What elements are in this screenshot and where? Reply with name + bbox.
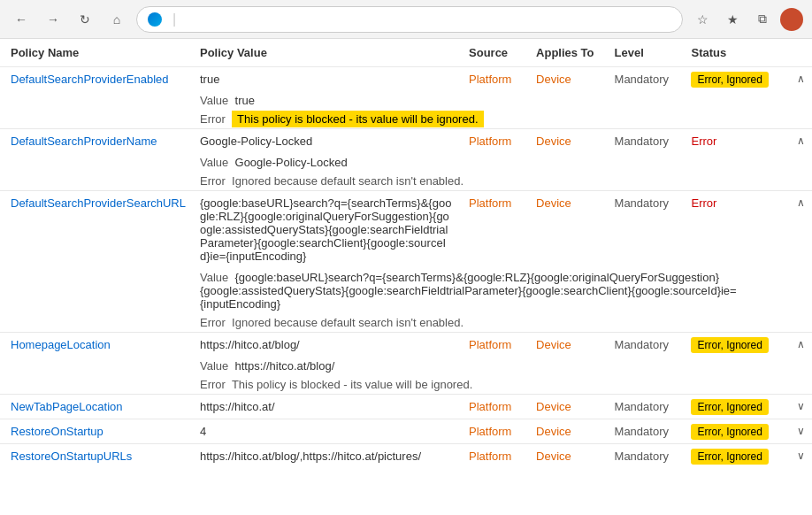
value-content: {google:baseURL}search?q={searchTerms}&{… bbox=[200, 271, 737, 311]
policy-rows: DefaultSearchProviderEnabled true Platfo… bbox=[0, 67, 812, 469]
policy-table: Policy Name Policy Value Source Applies … bbox=[0, 39, 812, 468]
policy-value: https://hitco.at/blog/,https://hitco.at/… bbox=[193, 444, 462, 469]
policy-source: Platform bbox=[462, 419, 529, 444]
col-level: Level bbox=[608, 39, 685, 67]
address-divider: | bbox=[172, 12, 176, 27]
favorites-star-button[interactable]: ☆ bbox=[690, 7, 715, 32]
table-row-error: Error This policy is blocked - its value… bbox=[0, 375, 812, 395]
policy-applies-to: Device bbox=[529, 444, 608, 469]
error-content: This policy is blocked - its value will … bbox=[232, 378, 472, 391]
toolbar-icons: ☆ ★ ⧉ bbox=[690, 7, 803, 32]
policy-applies-to: Device bbox=[529, 191, 608, 269]
table-row-value: Value {google:baseURL}search?q={searchTe… bbox=[0, 268, 812, 313]
policy-status: Error bbox=[684, 129, 790, 154]
table-row-error: Error Ignored because default search isn… bbox=[0, 172, 812, 191]
policy-source: Platform bbox=[462, 395, 529, 419]
policy-status: Error, Ignored bbox=[684, 444, 790, 469]
profile-avatar[interactable] bbox=[780, 8, 803, 31]
expand-chevron[interactable]: ∨ bbox=[797, 400, 805, 412]
policy-name-link[interactable]: DefaultSearchProviderSearchURL bbox=[11, 196, 186, 210]
policy-name-link[interactable]: DefaultSearchProviderEnabled bbox=[11, 73, 169, 86]
error-content: Ignored because default search isn't ena… bbox=[232, 174, 463, 188]
policy-status: Error, Ignored bbox=[684, 333, 790, 357]
col-policy-name: Policy Name bbox=[0, 39, 193, 67]
status-badge: Error, Ignored bbox=[691, 399, 768, 415]
table-row: HomepageLocation https://hitco.at/blog/ … bbox=[0, 333, 812, 357]
policy-status: Error, Ignored bbox=[684, 395, 790, 419]
status-badge: Error, Ignored bbox=[691, 424, 768, 440]
status-badge: Error, Ignored bbox=[691, 337, 768, 353]
value-content: Google-Policy-Locked bbox=[235, 156, 348, 169]
table-row-value: Value https://hitco.at/blog/ bbox=[0, 357, 812, 375]
split-screen-button[interactable]: ⧉ bbox=[750, 7, 775, 32]
policy-name-link[interactable]: RestoreOnStartupURLs bbox=[11, 450, 132, 463]
error-label: Error bbox=[200, 378, 226, 391]
policy-name-link[interactable]: NewTabPageLocation bbox=[11, 400, 122, 413]
value-content: true bbox=[235, 94, 255, 107]
policy-applies-to: Device bbox=[529, 67, 608, 92]
policy-level: Mandatory bbox=[608, 191, 685, 269]
col-policy-value: Policy Value bbox=[193, 39, 462, 67]
col-source: Source bbox=[462, 39, 529, 67]
policy-applies-to: Device bbox=[529, 333, 608, 357]
policy-level: Mandatory bbox=[608, 129, 685, 154]
expand-chevron[interactable]: ∧ bbox=[797, 135, 805, 147]
expand-chevron[interactable]: ∧ bbox=[797, 73, 805, 85]
policy-status: Error, Ignored bbox=[684, 67, 790, 92]
table-header: Policy Name Policy Value Source Applies … bbox=[0, 39, 812, 67]
address-bar[interactable]: | bbox=[136, 6, 683, 33]
table-row: NewTabPageLocation https://hitco.at/ Pla… bbox=[0, 395, 812, 419]
policy-value: https://hitco.at/blog/ bbox=[193, 333, 462, 357]
status-badge: Error bbox=[691, 196, 716, 210]
policy-value: true bbox=[193, 67, 462, 92]
status-badge: Error, Ignored bbox=[691, 449, 768, 465]
table-row-error: Error Ignored because default search isn… bbox=[0, 313, 812, 333]
reading-list-button[interactable]: ★ bbox=[720, 7, 745, 32]
policy-level: Mandatory bbox=[608, 419, 685, 444]
expand-chevron[interactable]: ∧ bbox=[797, 196, 805, 209]
policy-name-link[interactable]: HomepageLocation bbox=[11, 338, 111, 351]
status-badge: Error, Ignored bbox=[691, 72, 768, 88]
col-expand bbox=[790, 39, 812, 67]
error-content: Ignored because default search isn't ena… bbox=[232, 316, 463, 329]
value-label: Value bbox=[200, 156, 228, 169]
browser-toolbar: ← → ↻ ⌂ | ☆ ★ ⧉ bbox=[0, 0, 812, 39]
table-row-value: Value true bbox=[0, 91, 812, 110]
col-status: Status bbox=[684, 39, 790, 67]
refresh-button[interactable]: ↻ bbox=[73, 7, 97, 32]
expand-chevron[interactable]: ∧ bbox=[797, 338, 805, 350]
error-label: Error bbox=[200, 316, 226, 329]
col-applies-to: Applies To bbox=[529, 39, 608, 67]
policy-source: Platform bbox=[462, 129, 529, 154]
edge-favicon-icon bbox=[148, 12, 162, 27]
policy-level: Mandatory bbox=[608, 67, 685, 92]
expand-chevron[interactable]: ∨ bbox=[797, 450, 805, 462]
policy-applies-to: Device bbox=[529, 419, 608, 444]
policy-source: Platform bbox=[462, 67, 529, 92]
table-row-error: Error This policy is blocked - its value… bbox=[0, 110, 812, 129]
policy-level: Mandatory bbox=[608, 444, 685, 469]
table-row-value: Value Google-Policy-Locked bbox=[0, 153, 812, 172]
value-label: Value bbox=[200, 271, 228, 284]
forward-button[interactable]: → bbox=[41, 7, 65, 32]
value-content: https://hitco.at/blog/ bbox=[235, 359, 335, 373]
error-content: This policy is blocked - its value will … bbox=[232, 111, 483, 127]
expand-chevron[interactable]: ∨ bbox=[797, 425, 805, 437]
policy-level: Mandatory bbox=[608, 333, 685, 357]
table-row: DefaultSearchProviderName Google-Policy-… bbox=[0, 129, 812, 154]
value-label: Value bbox=[200, 94, 228, 107]
policy-page-content: Policy Name Policy Value Source Applies … bbox=[0, 39, 812, 515]
policy-value: https://hitco.at/ bbox=[193, 395, 462, 419]
value-label: Value bbox=[200, 359, 228, 373]
status-badge: Error bbox=[691, 135, 716, 148]
policy-status: Error, Ignored bbox=[684, 419, 790, 444]
policy-value: Google-Policy-Locked bbox=[193, 129, 462, 154]
table-row: DefaultSearchProviderEnabled true Platfo… bbox=[0, 67, 812, 92]
policy-name-link[interactable]: RestoreOnStartup bbox=[11, 425, 103, 438]
back-button[interactable]: ← bbox=[9, 7, 34, 32]
policy-status: Error bbox=[684, 191, 790, 269]
table-row: DefaultSearchProviderSearchURL {google:b… bbox=[0, 191, 812, 269]
policy-name-link[interactable]: DefaultSearchProviderName bbox=[11, 135, 157, 148]
policy-source: Platform bbox=[462, 333, 529, 357]
home-button[interactable]: ⌂ bbox=[104, 7, 129, 32]
